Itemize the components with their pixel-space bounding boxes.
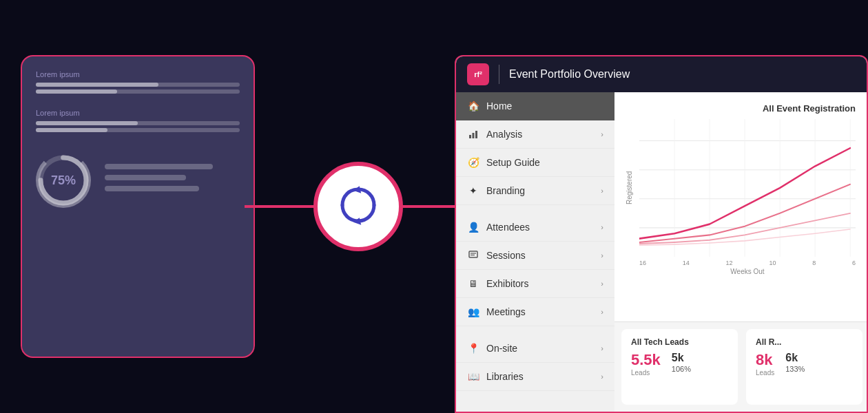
x-label-8: 8 (812, 260, 816, 266)
x-label-16: 16 (639, 260, 646, 266)
attendees-icon: 👤 (467, 221, 479, 233)
nav-label-attendees: Attendees (486, 222, 530, 233)
app-header: rf² Event Portfolio Overview (456, 56, 867, 92)
nav-label-libraries: Libraries (486, 371, 524, 382)
stat-secondary-value-tech-leads: 5k (672, 352, 691, 363)
header-divider (499, 65, 499, 84)
attendees-chevron: › (601, 223, 603, 231)
stat-main-value-all-r: 8k (756, 352, 774, 368)
refresh-icon (334, 181, 382, 232)
chart-container: Registered (626, 119, 856, 257)
progress-circle: 75% (36, 153, 91, 208)
left-preview-panel: Lorem ipsum Lorem ipsum 75% (21, 55, 255, 358)
stat-secondary-pct-all-r: 133% (785, 365, 805, 373)
sidebar-item-analysis[interactable]: Analysis › (456, 120, 614, 149)
exhibitors-chevron: › (601, 279, 603, 288)
x-label-14: 14 (683, 260, 690, 266)
nav-label-meetings: Meetings (486, 306, 526, 317)
app-title: Event Portfolio Overview (509, 68, 630, 81)
chart-x-title: Weeks Out (626, 266, 856, 279)
svg-rect-7 (469, 251, 477, 257)
setup-guide-icon: 🧭 (467, 156, 479, 169)
sidebar-item-setup-guide[interactable]: 🧭 Setup Guide (456, 149, 614, 177)
stat-main-value-tech-leads: 5.5k (631, 352, 661, 368)
libraries-chevron: › (601, 372, 603, 381)
app-logo: rf² (467, 63, 489, 85)
svg-rect-4 (469, 135, 471, 138)
stat-title-tech-leads: All Tech Leads (631, 337, 728, 347)
stat-numbers-all-r: 8k Leads 6k 133% (756, 352, 853, 377)
sidebar-item-branding[interactable]: ✦ Branding › (456, 177, 614, 205)
chart-inner (639, 119, 856, 257)
chart-x-labels: 16 14 12 10 8 6 (626, 257, 856, 266)
nav-label-exhibitors: Exhibitors (486, 278, 528, 289)
libraries-icon: 📖 (467, 370, 479, 383)
analysis-chevron: › (601, 130, 603, 138)
nav-separator-2 (456, 326, 614, 335)
sidebar-item-libraries[interactable]: 📖 Libraries › (456, 363, 614, 391)
lp-label-2: Lorem ipsum (36, 109, 240, 117)
sidebar-item-home[interactable]: 🏠 Home (456, 92, 614, 120)
stat-card-all-r: All R... 8k Leads 6k 133% (746, 329, 862, 405)
x-label-12: 12 (726, 260, 733, 266)
sidebar-item-attendees[interactable]: 👤 Attendees › (456, 213, 614, 242)
nav-label-sessions: Sessions (486, 250, 526, 261)
chart-title: All Event Registration (626, 103, 856, 114)
sessions-chevron: › (601, 251, 603, 260)
lp-label-1: Lorem ipsum (36, 70, 240, 78)
stat-card-tech-leads: All Tech Leads 5.5k Leads 5k 106% (621, 329, 738, 405)
stat-secondary-value-all-r: 6k (785, 352, 805, 363)
svg-rect-6 (475, 131, 477, 138)
branding-chevron: › (601, 187, 603, 195)
analysis-icon (467, 128, 479, 140)
nav-separator-1 (456, 205, 614, 213)
home-icon: 🏠 (467, 100, 479, 112)
sidebar-item-meetings[interactable]: 👥 Meetings › (456, 298, 614, 326)
chart-svg (639, 119, 856, 257)
x-label-10: 10 (769, 260, 776, 266)
nav-label-onsite: On-site (486, 343, 517, 354)
refresh-button[interactable] (313, 162, 403, 251)
stat-main-label-all-r: Leads (756, 369, 774, 377)
sessions-icon (467, 249, 479, 262)
main-panel: rf² Event Portfolio Overview 🏠 Home (455, 55, 868, 413)
sidebar: 🏠 Home Analysis › (456, 92, 614, 412)
exhibitors-icon: 🖥 (467, 277, 479, 290)
stat-numbers-tech-leads: 5.5k Leads 5k 106% (631, 352, 728, 377)
chart-area: All Event Registration Registered (614, 92, 867, 322)
sidebar-item-sessions[interactable]: Sessions › (456, 242, 614, 270)
branding-icon: ✦ (467, 184, 479, 197)
svg-rect-5 (473, 133, 475, 138)
sidebar-item-exhibitors[interactable]: 🖥 Exhibitors › (456, 270, 614, 298)
stat-title-all-r: All R... (756, 337, 853, 347)
nav-label-setup-guide: Setup Guide (486, 157, 540, 168)
chart-y-label: Registered (626, 119, 639, 257)
stat-secondary-pct-tech-leads: 106% (672, 365, 691, 373)
x-label-6: 6 (852, 260, 856, 266)
sidebar-item-onsite[interactable]: 📍 On-site › (456, 335, 614, 363)
stats-row: All Tech Leads 5.5k Leads 5k 106% All R.… (614, 322, 867, 412)
meetings-icon: 👥 (467, 306, 479, 318)
onsite-chevron: › (601, 344, 603, 352)
app-body: 🏠 Home Analysis › (456, 92, 867, 412)
main-content: All Event Registration Registered (614, 92, 867, 412)
meetings-chevron: › (601, 308, 603, 316)
center-connector (245, 158, 472, 255)
nav-label-branding: Branding (486, 185, 525, 196)
onsite-icon: 📍 (467, 342, 479, 354)
stat-main-label-tech-leads: Leads (631, 369, 661, 377)
nav-label-home: Home (486, 100, 512, 112)
nav-label-analysis: Analysis (486, 129, 522, 140)
